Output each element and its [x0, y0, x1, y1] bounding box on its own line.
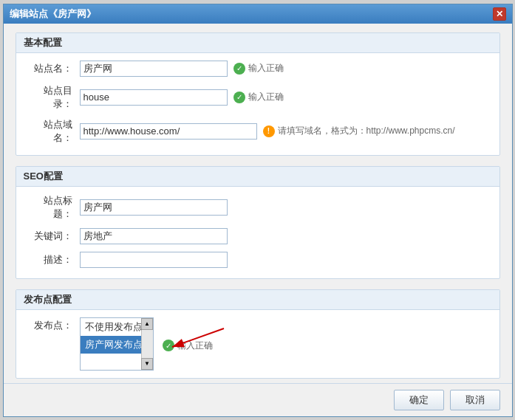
- publish-config-section: 发布点配置 发布点： 不使用发布点 房产网发布点 ▲ ▼: [16, 289, 500, 379]
- site-dir-hint: ✓ 输入正确: [233, 91, 284, 103]
- scrollbar-down-btn[interactable]: ▼: [141, 358, 153, 370]
- site-name-row: 站点名： ✓ 输入正确: [28, 61, 488, 77]
- basic-config-body: 站点名： ✓ 输入正确 站点目录： ✓ 输入正确: [16, 53, 499, 155]
- publish-config-body: 发布点： 不使用发布点 房产网发布点 ▲ ▼: [16, 310, 499, 378]
- title-bar: 编辑站点《房产网》 ✕: [4, 4, 512, 24]
- site-name-hint-text: 输入正确: [248, 62, 284, 75]
- site-domain-warning-icon: !: [263, 125, 275, 137]
- publish-config-header: 发布点配置: [16, 290, 499, 310]
- site-domain-label: 站点域名：: [28, 118, 80, 145]
- seo-config-body: 站点标题： 关键词： 描述：: [16, 187, 499, 278]
- scrollbar-track: [142, 330, 152, 358]
- seo-keywords-label: 关键词：: [28, 230, 80, 243]
- site-domain-hint-text: 请填写域名，格式为：http://www.phpcms.cn/: [278, 125, 455, 137]
- publish-label: 发布点：: [28, 317, 80, 332]
- listbox-inner: 不使用发布点 房产网发布点: [81, 318, 141, 354]
- seo-keywords-input[interactable]: [80, 228, 228, 244]
- seo-keywords-row: 关键词：: [28, 228, 488, 244]
- site-domain-row: 站点域名： ! 请填写域名，格式为：http://www.phpcms.cn/: [28, 118, 488, 145]
- publish-control-area: 不使用发布点 房产网发布点 ▲ ▼: [80, 317, 154, 371]
- publish-listbox[interactable]: 不使用发布点 房产网发布点 ▲ ▼: [80, 317, 154, 371]
- site-domain-hint: ! 请填写域名，格式为：http://www.phpcms.cn/: [263, 125, 455, 137]
- seo-description-label: 描述：: [28, 253, 80, 266]
- seo-description-row: 描述：: [28, 252, 488, 268]
- dialog: 编辑站点《房产网》 ✕ 基本配置 站点名： ✓ 输入正确 站点目录：: [3, 4, 513, 417]
- dialog-footer: 确定 取消: [4, 383, 512, 416]
- site-dir-ok-icon: ✓: [233, 92, 245, 103]
- site-name-label: 站点名：: [28, 62, 80, 75]
- svg-line-1: [172, 328, 224, 347]
- cancel-button[interactable]: 取消: [450, 390, 500, 410]
- basic-config-header: 基本配置: [16, 33, 499, 53]
- dialog-title: 编辑站点《房产网》: [10, 7, 96, 21]
- listbox-item-0[interactable]: 不使用发布点: [81, 318, 141, 336]
- seo-config-header: SEO配置: [16, 167, 499, 187]
- basic-config-section: 基本配置 站点名： ✓ 输入正确 站点目录： ✓: [16, 32, 500, 156]
- arrow-indicator: [165, 325, 231, 364]
- listbox-scrollbar: ▲ ▼: [141, 318, 153, 370]
- seo-title-row: 站点标题：: [28, 194, 488, 221]
- site-dir-row: 站点目录： ✓ 输入正确: [28, 84, 488, 111]
- site-name-ok-icon: ✓: [233, 63, 245, 75]
- dialog-body: 基本配置 站点名： ✓ 输入正确 站点目录： ✓: [4, 24, 512, 383]
- seo-config-section: SEO配置 站点标题： 关键词： 描述：: [16, 166, 500, 279]
- arrow-svg: [165, 325, 231, 362]
- site-name-hint: ✓ 输入正确: [233, 62, 284, 75]
- scrollbar-up-btn[interactable]: ▲: [141, 318, 153, 330]
- close-button[interactable]: ✕: [493, 7, 506, 21]
- seo-description-input[interactable]: [80, 252, 228, 268]
- site-dir-input[interactable]: [80, 89, 228, 106]
- confirm-button[interactable]: 确定: [394, 390, 444, 410]
- seo-title-input[interactable]: [80, 199, 228, 216]
- site-dir-label: 站点目录：: [28, 84, 80, 111]
- listbox-item-1[interactable]: 房产网发布点: [81, 336, 141, 354]
- site-domain-input[interactable]: [80, 123, 257, 140]
- site-name-input[interactable]: [80, 61, 228, 77]
- seo-title-label: 站点标题：: [28, 194, 80, 221]
- site-dir-hint-text: 输入正确: [248, 91, 284, 103]
